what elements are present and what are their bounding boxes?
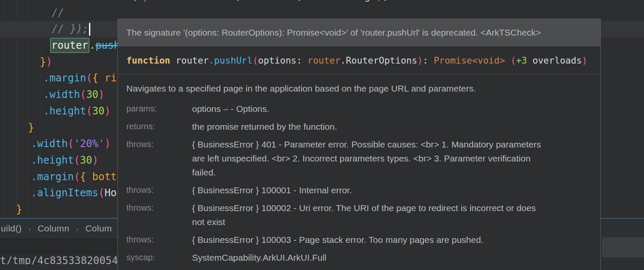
signature-token: +3 — [516, 55, 527, 66]
doc-row: syscap:SystemCapability.ArkUI.ArkUI.Full — [126, 251, 591, 264]
signature-token: .pushUrl — [209, 55, 253, 66]
code-token: ( — [80, 89, 86, 100]
doc-row: returns:the promise returned by the func… — [126, 120, 591, 134]
breadcrumb-item[interactable]: uild() — [1, 223, 22, 233]
signature-token: ( — [510, 55, 516, 66]
code-token: ) — [92, 154, 98, 166]
code-line[interactable]: console.error('pushUrl failed', err.code… — [0, 0, 644, 5]
code-token: ; — [382, 0, 388, 2]
signature-token: router — [170, 55, 209, 66]
doc-row: throws:{ BusinessError } 100003 - Page s… — [126, 233, 591, 247]
doc-row-label: syscap: — [126, 251, 192, 264]
doc-description: Navigates to a specified page in the app… — [126, 82, 591, 95]
doc-row-label: params: — [126, 102, 192, 116]
selected-symbol: router — [50, 38, 89, 53]
signature-token: ) — [582, 55, 587, 66]
doc-row-label: throws: — [126, 201, 192, 229]
code-token: .margin — [43, 72, 86, 84]
code-token: .margin — [31, 171, 74, 183]
code-token: ) — [105, 105, 111, 117]
code-token: { — [92, 72, 98, 84]
signature-token — [505, 55, 510, 66]
code-token: } — [28, 122, 34, 134]
code-token: 30 — [86, 89, 98, 100]
code-token: .height — [43, 105, 86, 117]
code-token: ) — [376, 0, 382, 2]
ide-screen: console.error('pushUrl failed', err.code… — [0, 0, 644, 270]
code-token: 'pushUrl failed' — [137, 0, 235, 2]
code-token: .width — [31, 138, 68, 150]
deprecation-warning-text: The signature '(options: RouterOptions):… — [126, 28, 541, 38]
breadcrumb-item[interactable]: Colum — [85, 223, 112, 233]
doc-row: throws:{ BusinessError } 100001 - Intern… — [126, 183, 591, 197]
signature-token: : — [423, 55, 434, 66]
doc-rows: params:options – - Options.returns:the p… — [126, 102, 591, 270]
doc-row-label: returns: — [126, 120, 192, 134]
code-token: ) — [98, 89, 104, 100]
deprecated-method-token: push — [95, 39, 120, 51]
doc-row: crossplatform: — [126, 268, 591, 270]
code-token: console.error( — [52, 0, 137, 2]
code-token: // }); — [52, 23, 89, 35]
doc-row-label: throws: — [126, 183, 192, 197]
doc-row-value: { BusinessError } 100003 - Page stack er… — [192, 233, 483, 247]
text-caret — [89, 23, 90, 36]
code-token: } — [16, 203, 22, 215]
doc-row-label: crossplatform: — [126, 268, 192, 270]
code-token: // — [52, 7, 64, 19]
code-token: ( — [86, 72, 92, 84]
code-token: ( — [98, 187, 104, 199]
doc-row-label: throws: — [126, 137, 192, 179]
doc-row: throws:{ BusinessError } 100002 - Uri er… — [126, 201, 591, 229]
signature-token: function — [126, 55, 170, 66]
code-token: 30 — [80, 154, 92, 166]
signature-token: ) — [417, 55, 423, 66]
code-token: .height — [31, 154, 74, 166]
doc-row-value: { BusinessError } 100001 - Internal erro… — [192, 183, 352, 197]
code-token: .width — [43, 89, 80, 100]
breadcrumb-item[interactable]: Column — [38, 223, 70, 233]
doc-row-value: { BusinessError } 401 - Parameter error.… — [192, 137, 541, 179]
code-token: , err.code, err.message — [235, 0, 376, 2]
breadcrumb-separator-icon: › — [76, 225, 79, 233]
signature-token: .RouterOptions — [340, 55, 417, 66]
code-token: . — [89, 39, 95, 51]
doc-row-value: { BusinessError } 100002 - Uri error. Th… — [192, 201, 536, 229]
doc-body: Navigates to a specified page in the app… — [118, 74, 600, 270]
signature-token: options: — [258, 55, 308, 66]
doc-row-value: the promise returned by the function. — [192, 120, 337, 134]
signature-token: Promise<void> — [434, 55, 505, 66]
code-token: ) — [46, 56, 52, 68]
code-token: ) — [104, 138, 110, 150]
breadcrumb-separator-icon: › — [28, 225, 31, 233]
code-token: .alignItems — [31, 187, 98, 199]
doc-row: throws:{ BusinessError } 401 - Parameter… — [126, 137, 591, 179]
documentation-popup[interactable]: The signature '(options: RouterOptions):… — [117, 19, 601, 270]
code-token: { — [80, 171, 86, 183]
signature-token: ( — [253, 55, 258, 66]
signature-token: overloads — [527, 55, 582, 66]
code-token: ( — [86, 105, 92, 117]
signature-token: router — [307, 55, 340, 66]
code-token: '20%' — [74, 138, 104, 150]
code-token: ( — [74, 171, 80, 183]
terminal-path-text: t/tmp/4c835338200540 — [0, 255, 124, 264]
doc-row-value: SystemCapability.ArkUI.ArkUI.Full — [192, 251, 326, 264]
code-token: 30 — [92, 105, 105, 117]
doc-row-value: options – - Options. — [192, 102, 269, 116]
code-token: ( — [74, 154, 80, 166]
right-panel-band — [602, 237, 644, 257]
code-token: } — [40, 56, 46, 68]
doc-row-label: throws: — [126, 233, 192, 247]
function-signature: function router.pushUrl(options: router.… — [118, 47, 600, 74]
code-token: ( — [68, 138, 74, 150]
deprecation-warning-banner: The signature '(options: RouterOptions):… — [118, 19, 600, 47]
doc-row: params:options – - Options. — [126, 102, 591, 116]
